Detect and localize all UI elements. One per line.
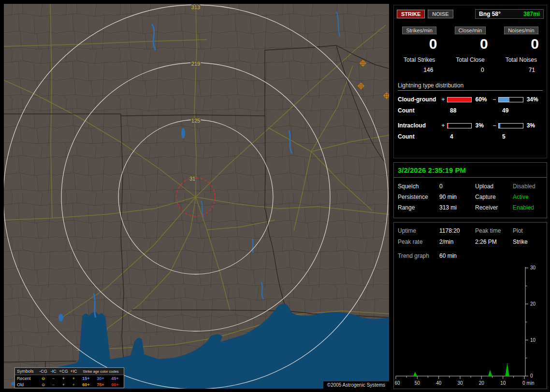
rate-columns: Strikes/min 0 Total Strikes 146 Close/mi… bbox=[394, 27, 547, 73]
peak-rate-value: 2/min bbox=[439, 238, 475, 245]
pic-recent-icon: + bbox=[69, 376, 79, 381]
ncg-recent-icon: ⊖ bbox=[38, 376, 48, 381]
ic-count-label: Count bbox=[398, 133, 442, 140]
legend-row-old: Old ⊖ − + + 60+ 75+ 90+ bbox=[15, 381, 124, 388]
legend-header-ncg: -CG bbox=[38, 369, 48, 374]
range-value: 313 mi bbox=[439, 204, 475, 211]
x-tick-50: 50 bbox=[415, 380, 420, 386]
trend-graph-label: Trend graph bbox=[398, 252, 439, 259]
strike-button[interactable]: STRIKE bbox=[397, 10, 425, 18]
x-tick-0: 0 min bbox=[522, 380, 534, 386]
trend-graph: 30 20 10 0 60 50 40 30 20 10 0 min bbox=[395, 264, 546, 391]
bearing-value: Bng 58° bbox=[479, 11, 501, 17]
ncg-old-icon: ⊖ bbox=[38, 382, 48, 387]
trend-graph-value: 60 min bbox=[439, 252, 543, 259]
ring-label-125: 125 bbox=[191, 118, 200, 124]
plus-sign: + bbox=[440, 122, 446, 129]
noises-per-min-header: Noises/min bbox=[504, 27, 538, 34]
cg-negative-percent: 34% bbox=[524, 96, 543, 103]
cg-positive-count: 88 bbox=[450, 107, 502, 114]
y-tick-30: 30 bbox=[530, 265, 536, 270]
strikes-per-min-header: Strikes/min bbox=[402, 27, 436, 34]
strike-legend: Symbols -CG -IC +CG +IC Strike age color… bbox=[14, 367, 124, 388]
intracloud-label: Intracloud bbox=[398, 122, 440, 129]
pcg-old-icon: + bbox=[58, 382, 69, 387]
x-tick-30: 30 bbox=[457, 380, 463, 386]
x-tick-20: 20 bbox=[479, 380, 485, 386]
x-tick-40: 40 bbox=[436, 380, 442, 386]
cg-negative-bar bbox=[498, 97, 523, 102]
sidebar: STRIKE NOISE Bng 58° 387mi Strikes/min 0… bbox=[393, 0, 547, 392]
cg-positive-bar bbox=[447, 97, 472, 102]
noises-column: Noises/min 0 Total Noises 71 bbox=[496, 27, 547, 73]
upload-status: Disabled bbox=[513, 183, 543, 190]
noise-button[interactable]: NOISE bbox=[428, 10, 453, 18]
persistence-value: 90 min bbox=[439, 194, 475, 200]
legend-header-nic: -IC bbox=[48, 369, 58, 374]
age-code-45: 45+ bbox=[108, 376, 122, 381]
legend-recent-label: Recent bbox=[16, 376, 38, 381]
peak-rate-label: Peak rate bbox=[398, 238, 439, 245]
x-tick-60: 60 bbox=[395, 380, 400, 386]
pcg-recent-icon: + bbox=[58, 376, 69, 381]
total-strikes-label: Total Strikes bbox=[394, 56, 445, 63]
peak-time-label: Peak time bbox=[475, 227, 513, 234]
range-label: Range bbox=[398, 204, 439, 211]
total-noises-value: 71 bbox=[496, 67, 547, 73]
legend-old-label: Old bbox=[16, 382, 38, 387]
copyright-text: ©2005 Astrogenic Systems bbox=[323, 381, 389, 389]
plot-value: Strike bbox=[513, 238, 543, 245]
legend-row-recent: Recent ⊖ − + + 15+ 30+ 45+ bbox=[15, 375, 124, 381]
trend-spike bbox=[413, 372, 417, 376]
close-per-min-value: 0 bbox=[445, 36, 495, 52]
close-column: Close/min 0 Total Close 0 bbox=[445, 27, 495, 73]
peak-time-value: 2:26 PM bbox=[475, 238, 513, 245]
pic-old-icon: + bbox=[69, 382, 79, 387]
intracloud-row: Intracloud + 3% − 3% bbox=[398, 122, 543, 129]
age-code-30: 30+ bbox=[93, 376, 108, 381]
ic-positive-bar bbox=[447, 123, 472, 128]
legend-header-pcg: +CG bbox=[58, 369, 69, 374]
ring-label-313: 313 bbox=[191, 4, 200, 10]
system-status-panel: 3/2/2026 2:35:19 PM Squelch 0 Upload Dis… bbox=[393, 162, 547, 218]
total-close-label: Total Close bbox=[445, 56, 495, 63]
cloud-ground-count-row: Count 88 49 bbox=[398, 107, 543, 114]
strikes-column: Strikes/min 0 Total Strikes 146 bbox=[394, 27, 445, 73]
minus-sign: − bbox=[492, 96, 497, 103]
map-area: 313 219 125 31 Symbols -CG -IC +CG +IC S… bbox=[4, 4, 389, 389]
ring-label-219: 219 bbox=[191, 61, 200, 67]
separator bbox=[394, 177, 547, 178]
noises-per-min-value: 0 bbox=[496, 36, 547, 52]
capture-status: Active bbox=[513, 194, 543, 200]
bearing-distance: 387mi bbox=[523, 11, 540, 17]
receiver-label: Receiver bbox=[475, 204, 513, 211]
trend-graph-row: Trend graph 60 min bbox=[398, 252, 543, 259]
squelch-value: 0 bbox=[439, 183, 475, 190]
nic-recent-icon: − bbox=[48, 376, 58, 381]
close-per-min-header: Close/min bbox=[455, 27, 486, 34]
bearing-display: Bng 58° 387mi bbox=[475, 9, 544, 19]
trend-y-labels: 30 20 10 0 bbox=[530, 265, 536, 378]
ic-negative-percent: 3% bbox=[524, 122, 543, 129]
cloud-ground-label: Cloud-ground bbox=[398, 96, 440, 103]
trend-axes bbox=[396, 267, 528, 379]
cg-negative-count: 49 bbox=[502, 107, 543, 114]
minus-sign: − bbox=[492, 122, 497, 129]
capture-label: Capture bbox=[475, 194, 513, 200]
datetime-display: 3/2/2026 2:35:19 PM bbox=[398, 166, 543, 174]
status-grid: Squelch 0 Upload Disabled Persistence 90… bbox=[398, 183, 543, 211]
app-window: { "colors": { "accent_green": "#00dd00",… bbox=[0, 0, 550, 392]
cloud-ground-row: Cloud-ground + 60% − 34% bbox=[398, 96, 543, 103]
nic-old-icon: − bbox=[48, 382, 58, 387]
trend-x-labels: 60 50 40 30 20 10 0 min bbox=[395, 380, 534, 386]
upload-label: Upload bbox=[475, 183, 513, 190]
ic-positive-count: 4 bbox=[450, 133, 502, 140]
age-code-60: 60+ bbox=[79, 382, 93, 387]
trend-panel: Uptime 1178:20 Peak time Plot Peak rate … bbox=[393, 222, 547, 389]
uptime-grid: Uptime 1178:20 Peak time Plot Peak rate … bbox=[398, 227, 543, 245]
squelch-label: Squelch bbox=[398, 183, 439, 190]
trend-spike bbox=[488, 370, 492, 376]
plot-label: Plot bbox=[513, 227, 543, 234]
total-strikes-value: 146 bbox=[394, 67, 445, 73]
lightning-map[interactable]: 313 219 125 31 bbox=[4, 4, 389, 389]
